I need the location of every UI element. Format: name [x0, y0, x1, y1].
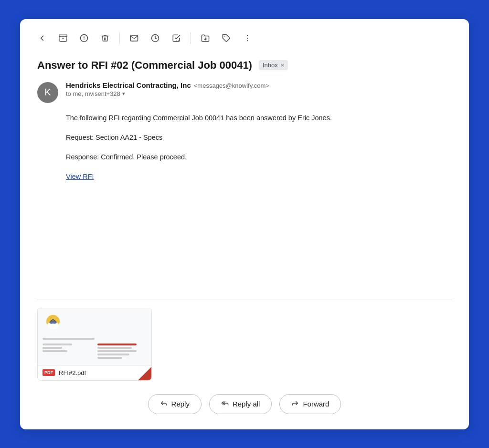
- email-subject: Answer to RFI #02 (Commercial Job 00041): [37, 59, 252, 72]
- action-buttons: Reply Reply all Forward: [20, 381, 469, 429]
- reply-button[interactable]: Reply: [148, 394, 202, 414]
- add-task-button[interactable]: [168, 30, 185, 47]
- attachment-card[interactable]: PDF RFI#2.pdf: [37, 308, 152, 381]
- toolbar-divider-2: [191, 32, 191, 44]
- forward-label: Forward: [303, 400, 329, 408]
- archive-button[interactable]: [54, 30, 72, 47]
- snooze-button[interactable]: [147, 30, 164, 47]
- attachment-corner: [138, 367, 151, 380]
- mark-unread-button[interactable]: [126, 30, 143, 47]
- reply-label: Reply: [171, 400, 190, 408]
- svg-rect-0: [59, 35, 67, 37]
- inbox-label: Inbox: [263, 62, 278, 69]
- toolbar: [20, 19, 469, 55]
- email-body: K Hendricks Electrical Contracting, Inc …: [20, 79, 469, 288]
- delete-button[interactable]: [96, 30, 114, 47]
- sender-row: K Hendricks Electrical Contracting, Inc …: [37, 81, 452, 103]
- body-response: Response: Confirmed. Please proceed.: [66, 152, 452, 163]
- reply-icon: [160, 399, 168, 409]
- attachment-name-row: PDF RFI#2.pdf: [38, 365, 151, 380]
- view-rfi-link[interactable]: View RFI: [66, 173, 94, 180]
- label-button[interactable]: [218, 30, 235, 47]
- recipient-text: to me, mvisent+328: [66, 90, 120, 97]
- more-button[interactable]: [239, 30, 256, 47]
- recipient-row: to me, mvisent+328 ▾: [66, 90, 452, 97]
- avatar: K: [37, 82, 58, 103]
- subject-row: Answer to RFI #02 (Commercial Job 00041)…: [20, 55, 469, 79]
- sender-name-row: Hendricks Electrical Contracting, Inc <m…: [66, 81, 452, 89]
- svg-point-11: [247, 37, 248, 38]
- move-button[interactable]: [197, 30, 214, 47]
- sender-info: Hendricks Electrical Contracting, Inc <m…: [66, 81, 452, 97]
- spam-button[interactable]: [75, 30, 93, 47]
- reply-all-button[interactable]: Reply all: [209, 394, 272, 414]
- reply-all-label: Reply all: [233, 400, 260, 408]
- email-content: The following RFI regarding Commercial J…: [66, 113, 452, 183]
- sender-email: <messages@knowify.com>: [194, 82, 269, 89]
- inbox-badge-close[interactable]: ×: [281, 62, 285, 69]
- svg-point-10: [247, 35, 248, 36]
- toolbar-divider-1: [119, 32, 120, 44]
- back-button[interactable]: [33, 30, 51, 47]
- svg-point-12: [247, 40, 248, 41]
- email-card: Answer to RFI #02 (Commercial Job 00041)…: [20, 19, 469, 429]
- body-line1: The following RFI regarding Commercial J…: [66, 113, 452, 124]
- recipients-dropdown[interactable]: ▾: [122, 91, 125, 97]
- attachment-preview: [38, 308, 151, 365]
- body-request: Request: Section AA21 - Specs: [66, 132, 452, 143]
- attachment-filename: RFI#2.pdf: [59, 369, 86, 376]
- attachment-section: PDF RFI#2.pdf: [37, 300, 452, 381]
- forward-button[interactable]: Forward: [279, 394, 341, 414]
- sender-name: Hendricks Electrical Contracting, Inc: [66, 81, 191, 89]
- inbox-badge: Inbox ×: [259, 60, 288, 70]
- pdf-badge: PDF: [43, 369, 55, 376]
- reply-all-icon: [221, 399, 229, 409]
- forward-icon: [291, 399, 299, 409]
